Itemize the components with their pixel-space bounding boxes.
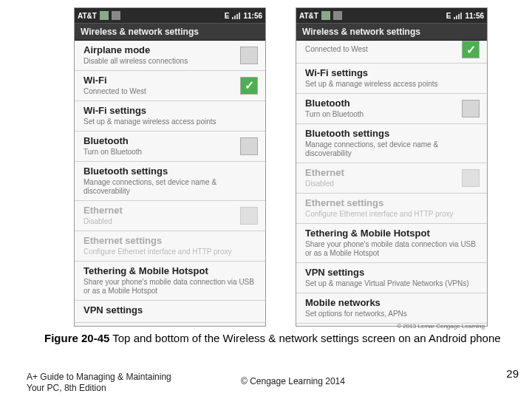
network-type: E <box>225 12 230 20</box>
settings-row[interactable]: VPN settingsSet up & manage Virtual Priv… <box>296 263 487 293</box>
row-title: Ethernet settings <box>305 198 480 209</box>
settings-row[interactable]: BluetoothTurn on Bluetooth <box>75 132 265 162</box>
checkbox[interactable] <box>240 47 258 64</box>
sync-icon <box>321 11 330 20</box>
screen-title: Wireless & network settings <box>296 23 487 41</box>
settings-row[interactable]: Bluetooth settingsManage connections, se… <box>75 162 265 201</box>
row-subtitle: Disabled <box>83 217 234 226</box>
carrier-label: AT&T <box>78 12 97 20</box>
settings-row[interactable]: VPN settings <box>75 301 265 323</box>
download-icon <box>333 11 342 20</box>
phone-right: AT&T E 11:56 Wireless & network settings… <box>296 7 488 327</box>
row-title: Wi-Fi settings <box>305 68 480 79</box>
checkbox <box>462 169 480 187</box>
row-subtitle: Set up & manage wireless access points <box>305 80 480 89</box>
row-title: Bluetooth settings <box>305 129 480 140</box>
settings-row[interactable]: Tethering & Mobile HotspotShare your pho… <box>75 262 265 301</box>
row-subtitle: Set up & manage Virtual Private Networks… <box>305 279 480 288</box>
image-copyright: © 2013 Lemar Cengage Learning <box>397 323 485 330</box>
status-bar: AT&T E 11:56 <box>75 8 265 23</box>
phone-screenshots: AT&T E 11:56 Wireless & network settings… <box>0 0 532 327</box>
signal-bars-icon <box>454 12 462 19</box>
book-title-line2: Your PC, 8th Edition <box>27 383 219 395</box>
download-icon <box>112 11 120 20</box>
row-title: Tethering & Mobile Hotspot <box>305 228 480 239</box>
row-title: Ethernet settings <box>83 236 258 247</box>
settings-list-bottom[interactable]: Wi-Fi Connected to West Wi-Fi settingsSe… <box>296 41 487 326</box>
clock: 11:56 <box>243 12 262 20</box>
checkbox[interactable] <box>240 137 258 155</box>
row-subtitle: Disabled <box>305 180 456 188</box>
screen-title: Wireless & network settings <box>75 23 265 41</box>
row-title: Mobile networks <box>305 298 480 309</box>
settings-row[interactable]: Mobile networksSet options for networks,… <box>296 293 487 324</box>
row-subtitle: Set options for networks, APNs <box>305 310 480 318</box>
settings-row[interactable]: BluetoothTurn on Bluetooth <box>296 94 487 124</box>
row-title: Tethering & Mobile Hotspot <box>83 266 258 277</box>
checkbox[interactable] <box>462 41 480 58</box>
row-subtitle: Set up & manage wireless access points <box>83 117 258 126</box>
row-subtitle: Share your phone's mobile data connectio… <box>305 240 480 258</box>
row-title: Airplane mode <box>83 45 234 56</box>
row-title: VPN settings <box>83 305 258 316</box>
row-subtitle: Manage connections, set device name & di… <box>305 140 480 158</box>
row-title: Ethernet <box>305 168 456 179</box>
page-number: 29 <box>506 367 519 380</box>
page-footer: A+ Guide to Managing & Maintaining Your … <box>0 372 532 395</box>
sync-icon <box>100 11 109 20</box>
row-title: Wi-Fi <box>83 75 234 86</box>
checkbox[interactable] <box>240 77 258 95</box>
phone-left: AT&T E 11:56 Wireless & network settings… <box>74 7 266 327</box>
row-subtitle: Configure Ethernet interface and HTTP pr… <box>305 210 480 219</box>
clock: 11:56 <box>465 12 484 20</box>
row-title: Bluetooth <box>83 136 234 147</box>
copyright: © Cengage Learning 2014 <box>219 372 532 395</box>
row-subtitle: Manage connections, set device name & di… <box>83 178 258 196</box>
row-subtitle: Configure Ethernet interface and HTTP pr… <box>83 248 258 256</box>
carrier-label: AT&T <box>299 12 318 20</box>
status-bar: AT&T E 11:56 <box>296 8 487 23</box>
settings-row[interactable]: Ethernet settingsConfigure Ethernet inte… <box>75 231 265 262</box>
row-subtitle: Share your phone's mobile data connectio… <box>83 278 258 296</box>
settings-row[interactable]: Bluetooth settingsManage connections, se… <box>296 124 487 163</box>
row-subtitle: Disable all wireless connections <box>83 57 234 66</box>
row-title: Wi-Fi settings <box>83 106 258 117</box>
signal-bars-icon <box>232 12 240 19</box>
figure-number: Figure 20-45 <box>44 332 109 344</box>
book-title-line1: A+ Guide to Managing & Maintaining <box>27 372 219 383</box>
settings-row[interactable]: Airplane modeDisable all wireless connec… <box>75 41 265 71</box>
row-subtitle: Turn on Bluetooth <box>83 148 234 157</box>
row-subtitle: Connected to West <box>83 87 234 96</box>
settings-row[interactable]: Ethernet settingsConfigure Ethernet inte… <box>296 194 487 224</box>
settings-row[interactable]: Tethering & Mobile HotspotShare your pho… <box>296 224 487 263</box>
row-title: Bluetooth settings <box>83 166 258 177</box>
row-subtitle: Turn on Bluetooth <box>305 110 456 119</box>
settings-list-top[interactable]: Airplane modeDisable all wireless connec… <box>75 41 265 326</box>
checkbox[interactable] <box>462 100 480 117</box>
settings-row[interactable]: EthernetDisabled <box>75 201 265 231</box>
row-title: VPN settings <box>305 267 480 279</box>
settings-row[interactable]: Wi-Fi Connected to West <box>296 41 487 64</box>
checkbox <box>240 207 258 225</box>
row-title: Ethernet <box>83 205 234 216</box>
settings-row[interactable]: Wi-FiConnected to West <box>75 71 265 101</box>
row-subtitle: Connected to West <box>305 45 456 54</box>
figure-text: Top and bottom of the Wireless & network… <box>112 332 500 344</box>
network-type: E <box>446 12 451 20</box>
row-title: Bluetooth <box>305 98 456 109</box>
settings-row[interactable]: Wi-Fi settingsSet up & manage wireless a… <box>75 101 265 132</box>
settings-row[interactable]: EthernetDisabled <box>296 163 487 194</box>
settings-row[interactable]: Wi-Fi settingsSet up & manage wireless a… <box>296 64 487 94</box>
